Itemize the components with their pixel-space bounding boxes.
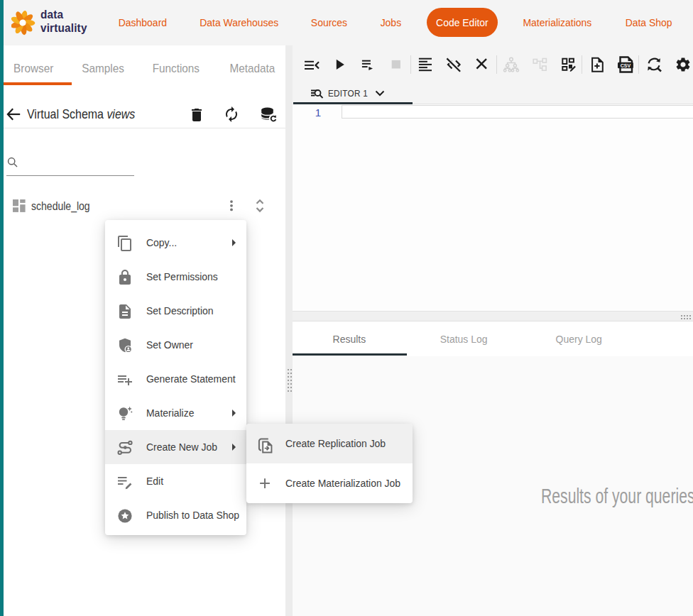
- svg-text:CSV: CSV: [621, 63, 631, 68]
